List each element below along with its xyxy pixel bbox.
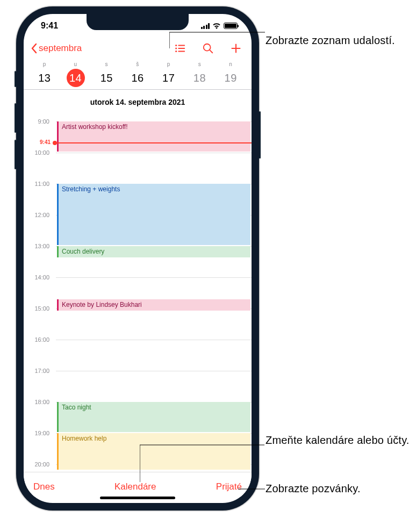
event[interactable]: Stretching + weights <box>57 184 250 245</box>
day-number: 18 <box>184 69 216 87</box>
hour-label: 20:00 <box>24 461 54 468</box>
notch <box>87 14 189 30</box>
home-indicator[interactable] <box>100 497 175 499</box>
day-column[interactable]: s15 <box>91 61 122 87</box>
day-column[interactable]: u14 <box>60 61 91 87</box>
back-label: septembra <box>39 43 82 54</box>
phone-frame: 9:41 septembra <box>16 6 259 511</box>
screen: 9:41 septembra <box>24 14 252 503</box>
hour-label: 12:00 <box>24 212 54 218</box>
day-number: 19 <box>215 69 246 87</box>
hour-label: 17:00 <box>24 368 54 374</box>
event[interactable]: Taco night <box>57 402 250 432</box>
day-column[interactable]: s18 <box>184 61 216 87</box>
back-button[interactable]: septembra <box>30 43 82 54</box>
day-column[interactable]: š16 <box>122 61 153 87</box>
wifi-icon <box>212 23 221 29</box>
week-header: p13u14s15š16p17s18n19 <box>24 60 252 90</box>
day-abbr: p <box>29 61 60 67</box>
hour-label: 13:00 <box>24 243 54 249</box>
calendars-button[interactable]: Kalendáre <box>114 481 156 492</box>
leader-line-2 <box>140 443 264 482</box>
hour-line <box>56 277 252 278</box>
day-column[interactable]: n19 <box>215 61 246 87</box>
day-abbr: n <box>215 61 246 67</box>
hour-label: 19:00 <box>24 430 54 436</box>
svg-line-7 <box>210 50 212 53</box>
status-time: 9:41 <box>41 21 58 31</box>
day-abbr: s <box>184 61 216 67</box>
svg-rect-5 <box>178 51 185 52</box>
hour-label: 9:00 <box>24 118 54 125</box>
day-column[interactable]: p13 <box>29 61 60 87</box>
hour-row: 17:00 <box>24 371 252 402</box>
day-abbr: p <box>153 61 184 67</box>
hour-row: 16:00 <box>24 340 252 371</box>
battery-icon <box>224 23 238 29</box>
hour-line <box>56 340 252 340</box>
event[interactable]: Couch delivery <box>57 246 250 257</box>
event[interactable]: Keynote by Lindsey Bukhari <box>57 299 250 311</box>
chevron-left-icon <box>30 43 38 54</box>
day-abbr: š <box>122 61 153 67</box>
hour-row: 15:00 <box>24 308 252 340</box>
day-abbr: u <box>60 61 91 67</box>
power-button <box>259 111 261 159</box>
today-button[interactable]: Dnes <box>33 481 55 492</box>
day-number: 13 <box>29 69 60 87</box>
hour-label: 14:00 <box>24 274 54 281</box>
day-number: 16 <box>122 69 153 87</box>
hour-label: 10:00 <box>24 149 54 156</box>
hour-label: 16:00 <box>24 336 54 343</box>
current-time-label: 9:41 <box>40 139 51 145</box>
day-number: 17 <box>153 69 184 87</box>
hour-line <box>56 371 252 371</box>
day-column[interactable]: p17 <box>153 61 184 87</box>
svg-point-4 <box>175 51 177 52</box>
callout-list-events: Zobrazte zoznam udalostí. <box>266 33 395 47</box>
volume-down <box>15 140 16 169</box>
event[interactable]: Artist workshop kickoff! <box>57 121 250 152</box>
hour-label: 18:00 <box>24 399 54 405</box>
signal-icon <box>201 23 210 29</box>
hour-label: 11:00 <box>24 181 54 187</box>
hour-label: 15:00 <box>24 305 54 312</box>
callout-inbox: Zobrazte pozvánky. <box>266 481 361 495</box>
day-abbr: s <box>91 61 122 67</box>
timeline[interactable]: 9:0010:0011:0012:0013:0014:0015:0016:001… <box>24 111 252 475</box>
full-date: utorok 14. septembra 2021 <box>24 96 252 110</box>
day-number: 15 <box>91 69 122 87</box>
leader-line-3 <box>238 486 265 492</box>
volume-up <box>15 103 16 133</box>
current-time-line <box>55 142 252 143</box>
hour-line <box>56 153 252 153</box>
ring-switch <box>15 71 16 87</box>
day-number: 14 <box>67 69 85 87</box>
hour-row: 10:00 <box>24 153 252 184</box>
status-icons <box>201 23 238 29</box>
callout-calendars: Zmeňte kalendáre alebo účty. <box>266 433 410 447</box>
